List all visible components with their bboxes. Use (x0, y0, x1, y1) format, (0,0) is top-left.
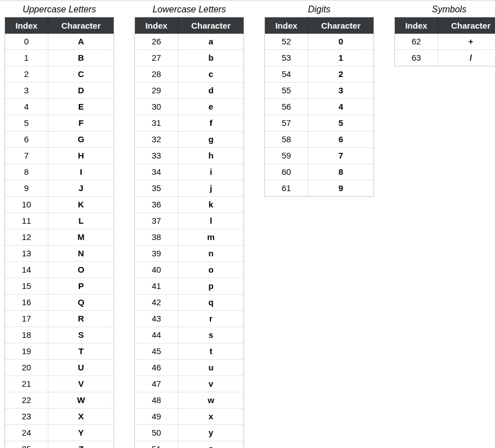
table-row: 21V (5, 376, 114, 392)
index-cell: 47 (135, 376, 178, 392)
index-cell: 3 (5, 83, 48, 99)
table-row: 40o (135, 262, 244, 278)
character-cell: q (178, 295, 244, 311)
character-cell: W (48, 392, 114, 409)
index-cell: 1 (5, 50, 48, 66)
table-row: 19T (5, 343, 114, 360)
table-row: 49x (135, 409, 244, 425)
table-row: 17R (5, 311, 114, 327)
table-row: 32g (135, 132, 244, 148)
character-cell: K (48, 197, 114, 213)
index-cell: 45 (135, 343, 178, 360)
table-row: 14O (5, 262, 114, 278)
index-cell: 18 (5, 327, 48, 343)
character-cell: e (178, 99, 244, 115)
group-symbols: SymbolsIndexCharacter62+63/ (394, 4, 495, 66)
table-symbols: IndexCharacter62+63/ (394, 17, 495, 66)
group-title-uppercase: Uppercase Letters (22, 4, 96, 15)
table-row: 35j (135, 180, 244, 197)
index-cell: 32 (135, 132, 178, 148)
character-cell: S (48, 327, 114, 343)
character-cell: M (48, 229, 114, 246)
character-cell: f (178, 115, 244, 132)
character-cell: a (178, 34, 244, 50)
character-cell: 5 (308, 115, 374, 132)
index-cell: 21 (5, 376, 48, 392)
index-cell: 46 (135, 360, 178, 376)
column-header-index: Index (135, 17, 178, 34)
character-cell: H (48, 148, 114, 164)
table-row: 608 (265, 164, 374, 180)
character-cell: d (178, 83, 244, 99)
character-cell: E (48, 99, 114, 115)
index-cell: 23 (5, 409, 48, 425)
table-row: 11L (5, 213, 114, 229)
character-cell: 4 (308, 99, 374, 115)
table-row: 31f (135, 115, 244, 132)
index-cell: 41 (135, 278, 178, 295)
index-cell: 12 (5, 229, 48, 246)
table-row: 43r (135, 311, 244, 327)
table-row: 45t (135, 343, 244, 360)
index-cell: 27 (135, 50, 178, 66)
column-header-index: Index (265, 17, 308, 34)
index-cell: 56 (265, 99, 308, 115)
group-digits: DigitsIndexCharacter52053154255356457558… (264, 4, 374, 197)
character-cell: v (178, 376, 244, 392)
column-header-character: Character (48, 17, 114, 34)
character-cell: 0 (308, 34, 374, 50)
index-cell: 59 (265, 148, 308, 164)
index-cell: 55 (265, 83, 308, 99)
table-row: 63/ (395, 50, 496, 66)
table-row: 542 (265, 66, 374, 83)
character-cell: m (178, 229, 244, 246)
character-cell: c (178, 66, 244, 83)
table-row: 7H (5, 148, 114, 164)
table-row: 39n (135, 246, 244, 262)
index-cell: 15 (5, 278, 48, 295)
table-uppercase: IndexCharacter0A1B2C3D4E5F6G7H8I9J10K11L… (4, 17, 114, 448)
character-cell: + (438, 34, 496, 50)
column-header-character: Character (438, 17, 496, 34)
character-cell: B (48, 50, 114, 66)
character-cell: O (48, 262, 114, 278)
character-cell: A (48, 34, 114, 50)
index-cell: 48 (135, 392, 178, 409)
index-cell: 22 (5, 392, 48, 409)
index-cell: 5 (5, 115, 48, 132)
character-cell: N (48, 246, 114, 262)
table-row: 2C (5, 66, 114, 83)
table-row: 47v (135, 376, 244, 392)
table-row: 15P (5, 278, 114, 295)
table-row: 5F (5, 115, 114, 132)
column-header-index: Index (5, 17, 48, 34)
index-cell: 61 (265, 180, 308, 197)
index-cell: 24 (5, 425, 48, 441)
table-row: 50y (135, 425, 244, 441)
table-row: 44s (135, 327, 244, 343)
character-cell: F (48, 115, 114, 132)
character-cell: z (178, 441, 244, 449)
index-cell: 50 (135, 425, 178, 441)
index-cell: 43 (135, 311, 178, 327)
table-row: 22W (5, 392, 114, 409)
character-cell: U (48, 360, 114, 376)
table-row: 3D (5, 83, 114, 99)
character-cell: C (48, 66, 114, 83)
index-cell: 30 (135, 99, 178, 115)
table-row: 531 (265, 50, 374, 66)
character-cell: / (438, 50, 496, 66)
index-cell: 62 (395, 34, 438, 50)
index-cell: 7 (5, 148, 48, 164)
index-cell: 13 (5, 246, 48, 262)
table-row: 586 (265, 132, 374, 148)
character-cell: j (178, 180, 244, 197)
index-cell: 53 (265, 50, 308, 66)
index-cell: 49 (135, 409, 178, 425)
tables-row: Uppercase LettersIndexCharacter0A1B2C3D4… (4, 4, 495, 448)
character-cell: h (178, 148, 244, 164)
index-cell: 44 (135, 327, 178, 343)
character-cell: k (178, 197, 244, 213)
index-cell: 34 (135, 164, 178, 180)
index-cell: 0 (5, 34, 48, 50)
